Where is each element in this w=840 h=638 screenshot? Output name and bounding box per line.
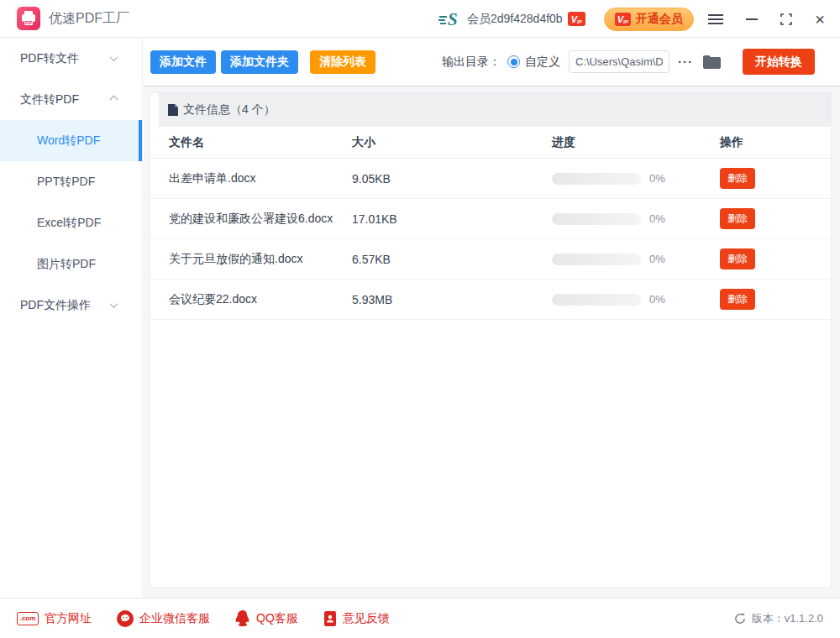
wechat-icon (117, 610, 134, 627)
qq-support-link[interactable]: QQ客服 (235, 610, 298, 627)
file-size: 6.57KB (352, 253, 552, 266)
document-icon (168, 104, 178, 116)
menu-icon[interactable] (708, 14, 723, 24)
wechat-support-link[interactable]: 企业微信客服 (117, 610, 210, 627)
file-panel-header: 文件信息（4 个） (159, 93, 831, 127)
open-vip-label: 开通会员 (636, 12, 683, 27)
progress-bar (552, 294, 641, 306)
file-progress: 0% (552, 293, 720, 306)
app-title: 优速PDF工厂 (49, 10, 129, 28)
sidebar-item-file-to-pdf[interactable]: 文件转PDF (0, 79, 142, 120)
file-name: 党的建设和廉政公署建设6.docx (150, 212, 352, 227)
output-directory-group: 输出目录： 自定义 ··· 开始转换 (442, 49, 815, 75)
custom-radio-label: 自定义 (525, 55, 560, 70)
toolbar: 添加文件 添加文件夹 清除列表 输出目录： 自定义 ··· 开始转换 (144, 38, 840, 86)
progress-percent-label: 0% (649, 293, 665, 306)
window-controls: × (708, 0, 825, 38)
file-name: 出差申请单.docx (150, 171, 352, 186)
app-logo-icon: PDF (17, 7, 40, 30)
column-header-progress: 进度 (552, 135, 720, 150)
chevron-up-icon (110, 96, 118, 104)
member-id-label: 会员2d9f428d4f0b (467, 12, 563, 27)
delete-button[interactable]: 删除 (720, 168, 755, 189)
add-file-button[interactable]: 添加文件 (150, 50, 216, 74)
table-header: 文件名 大小 进度 操作 (150, 127, 831, 159)
file-progress: 0% (552, 172, 720, 185)
footer: .com 官方网址 企业微信客服 QQ客服 意见反馈 版本：v1.1.2.0 (0, 598, 840, 638)
refresh-icon[interactable] (734, 613, 746, 625)
delete-button[interactable]: 删除 (720, 248, 755, 269)
file-size: 9.05KB (352, 172, 552, 186)
progress-bar (552, 173, 641, 185)
main-area: 添加文件 添加文件夹 清除列表 输出目录： 自定义 ··· 开始转换 文件信息（… (144, 38, 840, 598)
output-directory-label: 输出目录： (442, 55, 501, 70)
sidebar-item-excel-to-pdf[interactable]: Excel转PDF (0, 202, 142, 243)
minimize-icon[interactable] (746, 18, 758, 20)
open-vip-button[interactable]: VIP 开通会员 (604, 8, 694, 31)
feedback-link[interactable]: 意见反馈 (323, 611, 390, 626)
output-path-input[interactable] (569, 50, 669, 73)
chevron-down-icon (110, 53, 118, 61)
table-row: 关于元旦放假的通知.docx 6.57KB 0% 删除 (150, 239, 831, 280)
table-row: 出差申请单.docx 9.05KB 0% 删除 (150, 159, 831, 199)
clear-list-button[interactable]: 清除列表 (310, 50, 375, 74)
chevron-down-icon (110, 300, 118, 308)
sidebar-item-ppt-to-pdf[interactable]: PPT转PDF (0, 161, 142, 202)
file-size: 17.01KB (352, 212, 552, 226)
browse-more-button[interactable]: ··· (676, 53, 695, 71)
column-header-size: 大小 (352, 135, 552, 150)
progress-percent-label: 0% (649, 212, 665, 225)
file-name: 会议纪要22.docx (150, 292, 352, 307)
titlebar: PDF 优速PDF工厂 S 会员2d9f428d4f0b VIP VIP 开通会… (0, 0, 840, 38)
column-header-name: 文件名 (150, 135, 352, 150)
svg-text:S: S (448, 9, 458, 29)
delete-button[interactable]: 删除 (720, 208, 755, 229)
custom-radio[interactable] (507, 55, 520, 68)
qq-icon (235, 610, 250, 627)
open-folder-button[interactable] (703, 55, 721, 69)
folder-icon (703, 55, 721, 69)
feedback-icon (323, 611, 337, 626)
version-label: 版本：v1.1.2.0 (752, 611, 823, 626)
sidebar-item-image-to-pdf[interactable]: 图片转PDF (0, 243, 142, 285)
sidebar-item-word-to-pdf[interactable]: Word转PDF (0, 120, 142, 161)
file-name: 关于元旦放假的通知.docx (150, 252, 352, 267)
sidebar-item-pdf-to-file[interactable]: PDF转文件 (0, 38, 142, 79)
file-size: 5.93MB (352, 293, 552, 306)
member-swoosh-icon: S (438, 9, 462, 29)
progress-bar (552, 213, 641, 225)
file-progress: 0% (552, 253, 720, 265)
table-row: 党的建设和廉政公署建设6.docx 17.01KB 0% 删除 (150, 199, 831, 239)
table-row: 会议纪要22.docx 5.93MB 0% 删除 (150, 280, 831, 320)
file-progress: 0% (552, 212, 720, 225)
progress-bar (552, 254, 641, 265)
file-panel-header-label: 文件信息（4 个） (183, 102, 276, 118)
version-area: 版本：v1.1.2.0 (734, 611, 823, 626)
delete-button[interactable]: 删除 (720, 289, 755, 310)
vip-badge-icon: VIP (615, 13, 631, 26)
sidebar-item-pdf-operations[interactable]: PDF文件操作 (0, 285, 142, 326)
start-convert-button[interactable]: 开始转换 (743, 49, 815, 75)
close-icon[interactable]: × (815, 11, 825, 28)
vip-badge-icon: VIP (568, 12, 585, 26)
official-website-link[interactable]: .com 官方网址 (17, 611, 92, 626)
add-folder-button[interactable]: 添加文件夹 (221, 50, 298, 74)
sidebar: PDF转文件 文件转PDF Word转PDF PPT转PDF Excel转PDF… (0, 38, 143, 598)
file-panel: 文件信息（4 个） 文件名 大小 进度 操作 出差申请单.docx 9.05KB… (150, 92, 832, 588)
maximize-icon[interactable] (780, 13, 792, 25)
progress-percent-label: 0% (649, 253, 665, 265)
progress-percent-label: 0% (649, 172, 665, 185)
website-icon: .com (17, 612, 39, 625)
member-area: S 会员2d9f428d4f0b VIP VIP 开通会员 (438, 0, 694, 38)
svg-text:PDF: PDF (24, 21, 32, 25)
column-header-action: 操作 (720, 135, 831, 150)
